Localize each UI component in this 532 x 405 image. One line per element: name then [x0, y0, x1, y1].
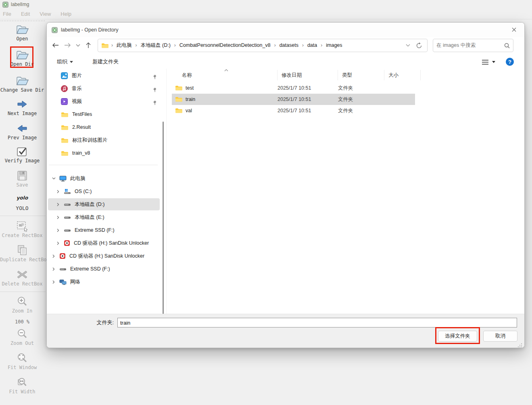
- sidebar-item-train-v8[interactable]: train_v8: [50, 147, 160, 159]
- resize-grip[interactable]: [518, 343, 522, 347]
- history-chevron-icon[interactable]: [73, 39, 82, 51]
- breadcrumb-item[interactable]: data: [305, 41, 319, 49]
- folder-icon: [175, 108, 182, 114]
- tree-item-local-disk-e[interactable]: 本地磁盘 (E:): [48, 211, 160, 223]
- os-drive-icon: [64, 189, 71, 194]
- column-header-date[interactable]: 修改日期: [277, 70, 338, 80]
- labelimg-app-icon: [52, 26, 58, 34]
- tool-save[interactable]: Save: [0, 169, 44, 188]
- tree-item-label: 此电脑: [70, 175, 86, 182]
- sidebar-item-label: 视频: [72, 98, 82, 105]
- refresh-icon[interactable]: [416, 42, 422, 49]
- file-name: test: [186, 85, 194, 91]
- tree-item-this-pc[interactable]: 此电脑: [48, 172, 160, 185]
- breadcrumb-item[interactable]: CombatPersonnelDetectionDetection_v8: [177, 41, 273, 49]
- sidebar-item-music[interactable]: 音乐: [50, 82, 160, 94]
- tool-duplicate-rectbox[interactable]: Duplicate RectBox: [0, 243, 44, 262]
- tree-item-label: Extreme SSD (F:): [70, 266, 110, 272]
- tool-fit-width[interactable]: Fit Width: [0, 376, 44, 395]
- tree-item-extreme-ssd-f-2[interactable]: Extreme SSD (F:): [48, 263, 160, 275]
- search-bar[interactable]: [433, 39, 513, 52]
- view-list-icon[interactable]: [482, 58, 489, 65]
- toolbar-dock-handle[interactable]: [1, 20, 45, 21]
- sidebar-scrollbar[interactable]: [163, 122, 164, 329]
- folder-icon: [175, 85, 182, 91]
- column-header-type[interactable]: 类型: [338, 70, 384, 80]
- dialog-titlebar[interactable]: labelImg - Open Directory: [47, 23, 524, 37]
- search-input[interactable]: [436, 42, 504, 48]
- tool-open[interactable]: Open: [0, 23, 44, 42]
- tool-change-save-dir[interactable]: Change Save Dir: [0, 74, 44, 93]
- folder-name-input[interactable]: [117, 318, 517, 327]
- column-header-size[interactable]: 大小: [384, 70, 421, 80]
- file-date: 2025/1/7 10:51: [277, 97, 338, 102]
- tool-prev-image[interactable]: Prev Image: [0, 122, 44, 141]
- chevron-right-icon[interactable]: [52, 280, 56, 284]
- tool-zoom-out[interactable]: Zoom Out: [0, 327, 44, 346]
- sidebar-item-2result[interactable]: 2.Result: [50, 121, 160, 133]
- breadcrumb-item[interactable]: 此电脑: [114, 41, 134, 50]
- tool-delete-rectbox[interactable]: Delete RectBox: [0, 268, 44, 287]
- search-icon[interactable]: [504, 42, 510, 49]
- menu-help[interactable]: Help: [56, 11, 76, 17]
- close-icon[interactable]: [506, 23, 522, 36]
- menu-file[interactable]: File: [0, 11, 16, 17]
- chevron-down-icon[interactable]: [52, 177, 56, 180]
- tree-item-local-disk-d[interactable]: 本地磁盘 (D:): [48, 198, 160, 210]
- dialog-title: labelImg - Open Directory: [61, 27, 118, 33]
- tree-item-cd-drive-h[interactable]: CD 驱动器 (H:) SanDisk Unlocker: [48, 237, 160, 249]
- folder-icon: [175, 97, 182, 103]
- tool-verify-image[interactable]: Verify Image: [0, 145, 44, 164]
- sidebar-item-annotation-images[interactable]: 标注和训练图片: [50, 134, 160, 146]
- breadcrumb-item[interactable]: images: [323, 41, 344, 49]
- address-dropdown-chevron-icon[interactable]: [406, 42, 410, 49]
- tool-next-image[interactable]: Next Image: [0, 97, 44, 116]
- column-header-name[interactable]: 名称: [172, 70, 277, 80]
- view-dropdown-chevron-icon[interactable]: [492, 61, 495, 63]
- chevron-right-icon[interactable]: [56, 216, 60, 219]
- breadcrumb[interactable]: › 此电脑 › 本地磁盘 (D:) › CombatPersonnelDetec…: [98, 39, 428, 52]
- tree-item-label: 网络: [70, 279, 80, 285]
- folder-icon: [61, 124, 68, 131]
- tool-fit-window[interactable]: Fit Window: [0, 351, 44, 370]
- breadcrumb-item[interactable]: 本地磁盘 (D:): [138, 41, 173, 50]
- chevron-right-icon[interactable]: [52, 267, 56, 271]
- help-button[interactable]: ?: [506, 58, 514, 66]
- tree-item-network[interactable]: 网络: [48, 276, 160, 288]
- sidebar-item-videos[interactable]: 视频: [50, 95, 160, 107]
- chevron-right-icon[interactable]: [56, 203, 60, 206]
- tool-zoom-in[interactable]: Zoom In: [0, 295, 44, 314]
- tree-item-extreme-ssd-f[interactable]: Extreme SSD (F:): [48, 224, 160, 236]
- tree-item-os-c[interactable]: OS (C:): [48, 185, 160, 197]
- tree-item-label: 本地磁盘 (E:): [75, 214, 104, 221]
- folder-icon: [61, 111, 68, 118]
- chevron-right-icon[interactable]: [52, 254, 56, 258]
- chevron-right-icon[interactable]: [56, 190, 60, 193]
- up-arrow-icon[interactable]: [82, 39, 94, 51]
- sidebar-item-pictures[interactable]: 图片: [50, 69, 160, 82]
- videos-icon: [61, 98, 68, 105]
- pictures-icon: [61, 72, 68, 79]
- breadcrumb-separator: ›: [174, 42, 176, 48]
- file-row-train[interactable]: train 2025/1/7 10:51 文件夹: [172, 94, 415, 105]
- file-row-test[interactable]: test 2025/1/7 10:51 文件夹: [172, 82, 415, 94]
- cancel-button[interactable]: 取消: [483, 331, 517, 342]
- sidebar-item-testfiles[interactable]: TestFiles: [50, 108, 160, 120]
- new-folder-button[interactable]: 新建文件夹: [92, 58, 119, 65]
- menu-view[interactable]: View: [35, 11, 56, 17]
- tool-zoom-level[interactable]: 100 %: [0, 319, 44, 325]
- tool-yolo[interactable]: yolo YOLO: [0, 193, 44, 211]
- network-icon: [59, 279, 67, 285]
- menu-edit[interactable]: Edit: [16, 11, 35, 17]
- tree-item-cd-drive-h-2[interactable]: CD 驱动器 (H:) SanDisk Unlocker: [48, 250, 160, 262]
- chevron-right-icon[interactable]: [56, 241, 60, 245]
- file-row-val[interactable]: val 2025/1/7 10:51 文件夹: [172, 105, 415, 116]
- back-arrow-icon[interactable]: [49, 39, 61, 51]
- breadcrumb-item[interactable]: datasets: [277, 41, 301, 49]
- organize-label: 组织: [57, 58, 67, 65]
- tool-create-rectbox[interactable]: Create RectBox: [0, 219, 44, 238]
- organize-button[interactable]: 组织: [57, 58, 73, 65]
- forward-arrow-icon[interactable]: [61, 39, 73, 51]
- save-floppy-icon: [0, 169, 44, 182]
- chevron-right-icon[interactable]: [56, 229, 60, 232]
